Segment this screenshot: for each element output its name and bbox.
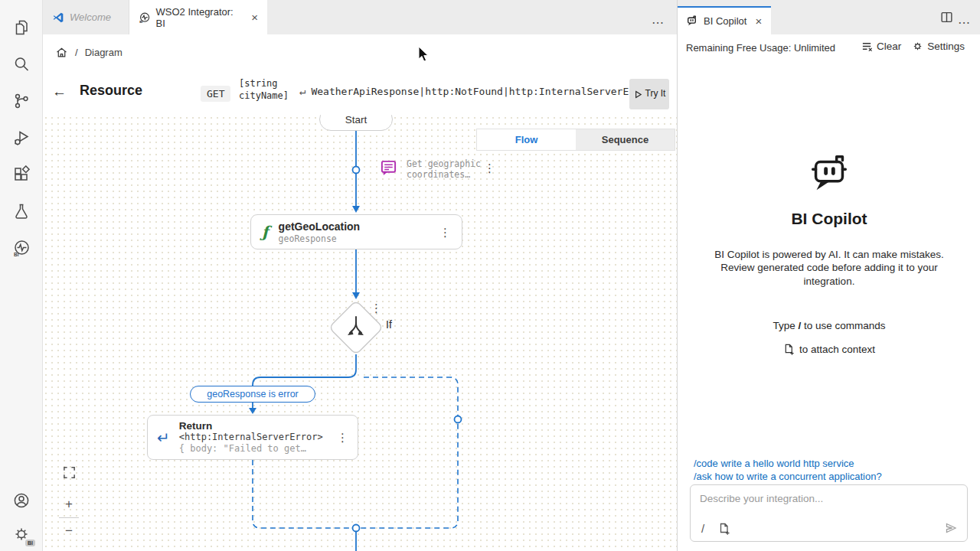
editor-area: Welcome BI WSO2 Integrator: BI × ⋯ / Dia… — [43, 0, 677, 551]
explorer-icon[interactable] — [12, 18, 31, 37]
zoom-divider — [59, 517, 79, 518]
breadcrumb: / Diagram — [55, 46, 122, 59]
copilot-tab-label: BI Copilot — [704, 15, 746, 27]
copilot-welcome: BI Copilot BI Copilot is powered by AI. … — [678, 150, 980, 355]
tab-welcome[interactable]: Welcome — [43, 0, 129, 34]
return-node[interactable]: ↵ Return <http:InternalServerError> { bo… — [147, 415, 358, 460]
tab-close-icon[interactable]: × — [251, 11, 258, 24]
try-it-label: Try It — [645, 89, 666, 99]
settings-label: Settings — [927, 41, 965, 52]
resource-return-types: ↵ WeatherApiResponse|http:NotFound|http:… — [299, 85, 653, 97]
flow-connectors — [43, 115, 677, 551]
return-arrow-icon: ↵ — [299, 85, 305, 97]
vscode-logo-icon — [52, 11, 64, 24]
http-method-badge: GET — [201, 86, 230, 102]
play-icon — [633, 90, 643, 99]
if-node-kebab-icon[interactable]: ⋮ — [371, 302, 382, 314]
zoom-out-button[interactable]: − — [65, 523, 73, 539]
copilot-more-actions-icon[interactable]: ⋯ — [958, 15, 971, 30]
run-debug-icon[interactable] — [12, 129, 31, 147]
resource-header: ← Resource GET [string cityName] ↵ Weath… — [43, 73, 677, 115]
bi-copilot-panel: BI Copilot × ⋯ Remaining Free Usage: Unl… — [677, 0, 980, 551]
function-node-getgeolocation[interactable]: ƒ getGeoLocation geoResponse ⋮ — [250, 214, 462, 249]
if-node-label: If — [386, 318, 392, 331]
attach-context-icon — [783, 344, 795, 355]
canvas-controls: + − — [55, 465, 83, 539]
zoom-in-button[interactable]: + — [65, 497, 73, 512]
clear-list-icon — [861, 41, 873, 52]
copilot-prompt-input[interactable] — [700, 493, 952, 519]
tab-wso2-integrator[interactable]: BI WSO2 Integrator: BI × — [129, 0, 267, 34]
clear-button[interactable]: Clear — [861, 41, 901, 52]
bi-copilot-robot-icon — [805, 150, 853, 197]
condition-label-pill[interactable]: geoResponse is error — [190, 386, 315, 403]
bi-tab-icon: BI — [139, 11, 151, 24]
settings-bi-badge: BI — [25, 540, 35, 546]
editor-more-actions-icon[interactable]: ⋯ — [652, 15, 665, 30]
source-control-icon[interactable] — [12, 92, 31, 110]
comment-icon — [380, 159, 397, 177]
start-label: Start — [345, 115, 368, 126]
split-editor-icon[interactable] — [940, 11, 953, 24]
function-node-kebab-icon[interactable]: ⋮ — [439, 227, 451, 238]
copilot-tab-bar: BI Copilot × ⋯ — [678, 0, 980, 34]
function-icon: ƒ — [262, 223, 269, 241]
tab-welcome-label: Welcome — [70, 11, 111, 23]
settings-gear-icon[interactable]: BI — [12, 525, 31, 543]
connector-port[interactable] — [455, 416, 462, 423]
function-node-title: getGeoLocation — [279, 220, 361, 233]
return-node-type: <http:InternalServerError> — [179, 432, 323, 443]
home-icon[interactable] — [55, 46, 68, 59]
return-node-body: { body: "Failed to get… — [179, 443, 323, 455]
resource-params: [string cityName] — [239, 77, 289, 102]
tab-bi-copilot[interactable]: BI Copilot × — [678, 6, 771, 34]
testing-flask-icon[interactable] — [12, 202, 31, 220]
comment-text: Get geographic coordinates… — [407, 158, 481, 181]
connector-port[interactable] — [353, 167, 360, 174]
copilot-title: BI Copilot — [678, 210, 980, 228]
function-node-variable: geoResponse — [279, 233, 361, 244]
bi-extension-icon[interactable]: BI — [12, 239, 31, 257]
diagram-canvas[interactable]: Start Get geographic coordinates… ⋮ Flow… — [43, 115, 677, 551]
send-icon[interactable] — [944, 521, 958, 535]
activity-bar: BI BI — [0, 0, 43, 551]
tab-sequence[interactable]: Sequence — [576, 129, 675, 150]
comment-node[interactable]: Get geographic coordinates… ⋮ — [380, 158, 544, 181]
attach-file-icon[interactable] — [718, 523, 730, 535]
copilot-command-hint: Type / to use commands — [678, 320, 980, 331]
search-icon[interactable] — [12, 55, 31, 73]
copilot-tab-close-icon[interactable]: × — [755, 15, 762, 28]
view-toggle: Flow Sequence — [476, 129, 675, 151]
suggestion-ask-link[interactable]: /ask how to write a concurrent applicati… — [694, 470, 882, 483]
back-arrow-icon[interactable]: ← — [52, 83, 67, 100]
start-node[interactable]: Start — [319, 115, 393, 131]
copilot-disclaimer: BI Copilot is powered by AI. It can make… — [699, 248, 959, 288]
gear-icon — [912, 41, 923, 52]
tab-flow[interactable]: Flow — [477, 129, 576, 150]
account-icon[interactable] — [12, 491, 31, 510]
extensions-icon[interactable] — [12, 165, 31, 184]
svg-text:BI: BI — [139, 19, 142, 23]
editor-tab-bar: Welcome BI WSO2 Integrator: BI × ⋯ — [43, 0, 677, 34]
robot-icon — [685, 15, 698, 28]
resource-title: Resource — [80, 83, 142, 99]
svg-text:BI: BI — [14, 252, 19, 257]
fit-to-screen-icon[interactable] — [62, 465, 77, 480]
return-node-kebab-icon[interactable]: ⋮ — [337, 432, 348, 443]
return-node-icon: ↵ — [157, 429, 170, 447]
copilot-input-box: / — [690, 484, 968, 542]
try-it-button[interactable]: Try It — [629, 79, 669, 109]
settings-button[interactable]: Settings — [912, 41, 965, 52]
slash-command-button[interactable]: / — [701, 522, 704, 535]
copilot-toolbar: Remaining Free Usage: Unlimited Clear Se… — [678, 34, 980, 60]
vscode-window: BI BI Welcome BI WSO2 Integrator: BI × ⋯ — [0, 0, 980, 551]
copilot-attach-hint: to attach context — [678, 344, 980, 355]
copilot-suggestions: /code write a hello world http service /… — [694, 457, 882, 484]
suggestion-code-link[interactable]: /code write a hello world http service — [694, 457, 882, 470]
comment-kebab-menu-icon[interactable]: ⋮ — [484, 162, 495, 174]
breadcrumb-page[interactable]: Diagram — [85, 47, 122, 58]
tab-wso2-label: WSO2 Integrator: BI — [156, 6, 243, 29]
connector-port[interactable] — [353, 525, 360, 532]
usage-status: Remaining Free Usage: Unlimited — [686, 42, 835, 54]
breadcrumb-separator: / — [75, 47, 78, 58]
